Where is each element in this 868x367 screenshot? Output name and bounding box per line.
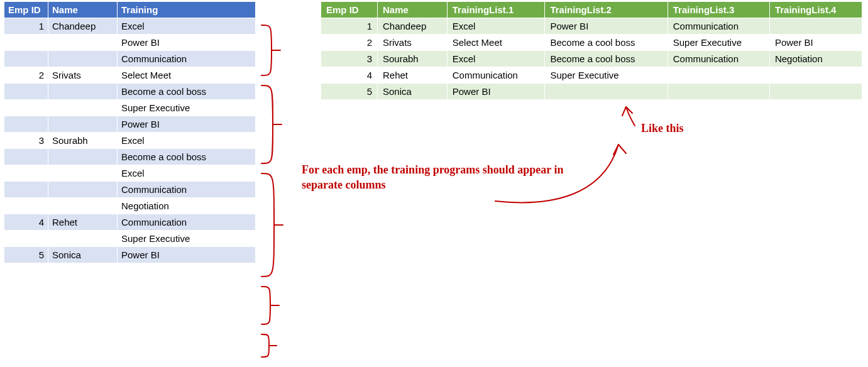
table-row: 4RehetCommunication bbox=[4, 214, 256, 231]
cell-name bbox=[48, 149, 118, 165]
cell-t1: Excel bbox=[447, 18, 545, 35]
col-header-t1: TrainingList.1 bbox=[447, 2, 545, 18]
cell-t4 bbox=[769, 84, 862, 100]
table-row: 5SonicaPower BI bbox=[4, 247, 256, 263]
cell-t4 bbox=[769, 67, 862, 84]
cell-training: Super Executive bbox=[118, 100, 256, 116]
cell-name bbox=[48, 116, 118, 133]
table-row: Become a cool boss bbox=[4, 149, 256, 165]
cell-name: Chandeep bbox=[378, 18, 448, 35]
bracket-icon bbox=[261, 334, 269, 357]
cell-name: Srivats bbox=[378, 35, 448, 51]
cell-t3 bbox=[667, 84, 769, 100]
cell-t4: Negotiation bbox=[769, 51, 862, 67]
cell-empid bbox=[4, 149, 48, 165]
bracket-icon bbox=[261, 85, 273, 163]
cell-t3 bbox=[667, 67, 769, 84]
cell-name bbox=[48, 198, 118, 214]
cell-name bbox=[48, 51, 118, 67]
cell-training: Negotiation bbox=[118, 198, 256, 214]
cell-t2: Become a cool boss bbox=[545, 51, 667, 67]
table-row: 2SrivatsSelect Meet bbox=[4, 67, 256, 84]
cell-empid: 1 bbox=[321, 18, 378, 35]
bracket-icon bbox=[261, 25, 272, 75]
annotation-main: For each emp, the training programs shou… bbox=[302, 162, 566, 193]
cell-name: Rehet bbox=[378, 67, 448, 84]
cell-t2: Become a cool boss bbox=[545, 35, 667, 51]
col-header-name: Name bbox=[48, 2, 118, 18]
bracket-icon bbox=[261, 173, 274, 277]
cell-t1: Communication bbox=[447, 67, 545, 84]
cell-training: Power BI bbox=[118, 247, 256, 263]
cell-t3: Communication bbox=[667, 51, 769, 67]
cell-t4 bbox=[769, 18, 862, 35]
cell-t1: Select Meet bbox=[447, 35, 545, 51]
cell-training: Excel bbox=[118, 133, 256, 149]
cell-name: Srivats bbox=[48, 67, 118, 84]
col-header-t2: TrainingList.2 bbox=[545, 2, 667, 18]
table-row: 5SonicaPower BI bbox=[321, 84, 862, 100]
cell-empid: 5 bbox=[4, 247, 48, 263]
cell-empid bbox=[4, 198, 48, 214]
cell-empid: 3 bbox=[4, 133, 48, 149]
cell-training: Super Executive bbox=[118, 231, 256, 247]
cell-empid: 2 bbox=[4, 67, 48, 84]
col-header-t3: TrainingList.3 bbox=[667, 2, 769, 18]
table-row: 2SrivatsSelect MeetBecome a cool bossSup… bbox=[321, 35, 862, 51]
table-row: Communication bbox=[4, 182, 256, 198]
cell-name bbox=[48, 84, 118, 100]
cell-name: Sonica bbox=[378, 84, 448, 100]
cell-name: Rehet bbox=[48, 214, 118, 231]
table-row: Excel bbox=[4, 165, 256, 182]
col-header-t4: TrainingList.4 bbox=[769, 2, 862, 18]
cell-t4: Power BI bbox=[769, 35, 862, 51]
annotation-like: Like this bbox=[641, 121, 684, 136]
cell-name: Sourabh bbox=[378, 51, 448, 67]
arrow-icon bbox=[626, 107, 635, 126]
cell-empid: 3 bbox=[321, 51, 378, 67]
cell-t3: Super Executive bbox=[667, 35, 769, 51]
col-header-name: Name bbox=[378, 2, 448, 18]
table-row: 1ChandeepExcelPower BICommunication bbox=[321, 18, 862, 35]
cell-training: Communication bbox=[118, 214, 256, 231]
cell-name bbox=[48, 182, 118, 198]
cell-empid bbox=[4, 84, 48, 100]
cell-empid bbox=[4, 100, 48, 116]
cell-t2 bbox=[545, 84, 667, 100]
cell-empid: 1 bbox=[4, 18, 48, 35]
cell-training: Become a cool boss bbox=[118, 84, 256, 100]
result-table: Emp ID Name TrainingList.1 TrainingList.… bbox=[321, 1, 862, 100]
cell-name: Chandeep bbox=[48, 18, 118, 35]
cell-name bbox=[48, 100, 118, 116]
table-row: 4RehetCommunicationSuper Executive bbox=[321, 67, 862, 84]
table-row: Super Executive bbox=[4, 100, 256, 116]
cell-empid bbox=[4, 165, 48, 182]
cell-t1: Excel bbox=[447, 51, 545, 67]
cell-training: Excel bbox=[118, 165, 256, 182]
cell-t2: Super Executive bbox=[545, 67, 667, 84]
table-row: Negotiation bbox=[4, 198, 256, 214]
col-header-training: Training bbox=[118, 2, 256, 18]
cell-t3: Communication bbox=[667, 18, 769, 35]
col-header-empid: Emp ID bbox=[4, 2, 48, 18]
cell-t1: Power BI bbox=[447, 84, 545, 100]
cell-empid bbox=[4, 35, 48, 51]
cell-name: Sourabh bbox=[48, 133, 118, 149]
table-row: 3SourabhExcelBecome a cool bossCommunica… bbox=[321, 51, 862, 67]
cell-training: Communication bbox=[118, 51, 256, 67]
cell-name bbox=[48, 231, 118, 247]
cell-empid bbox=[4, 51, 48, 67]
cell-training: Communication bbox=[118, 182, 256, 198]
table-row: Power BI bbox=[4, 116, 256, 133]
cell-empid: 4 bbox=[4, 214, 48, 231]
table-row: Super Executive bbox=[4, 231, 256, 247]
col-header-empid: Emp ID bbox=[321, 2, 378, 18]
cell-training: Power BI bbox=[118, 116, 256, 133]
table-row: Communication bbox=[4, 51, 256, 67]
cell-empid: 5 bbox=[321, 84, 378, 100]
cell-empid bbox=[4, 116, 48, 133]
cell-t2: Power BI bbox=[545, 18, 667, 35]
cell-name: Sonica bbox=[48, 247, 118, 263]
cell-name bbox=[48, 35, 118, 51]
cell-training: Become a cool boss bbox=[118, 149, 256, 165]
